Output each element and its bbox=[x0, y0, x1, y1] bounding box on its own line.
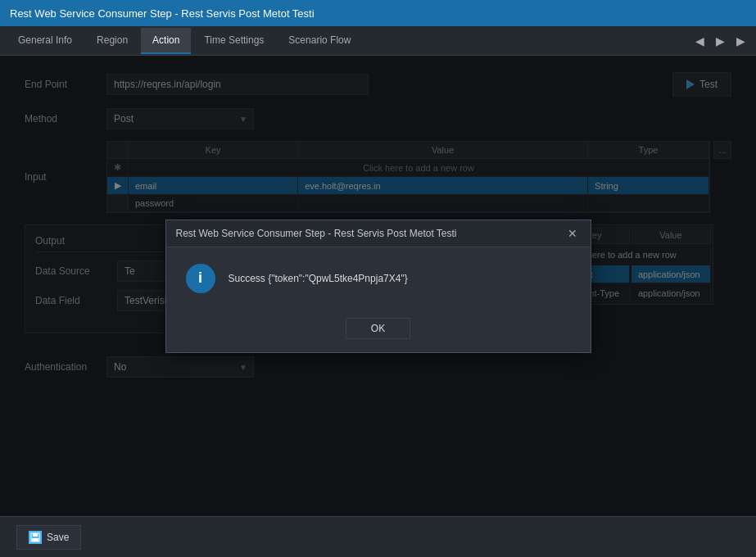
modal-body: i Success {"token":"QpwL5tke4Pnpja7X4"} bbox=[166, 247, 591, 310]
save-label: Save bbox=[47, 532, 69, 543]
modal-close-button[interactable]: ✕ bbox=[564, 227, 581, 240]
modal-ok-button[interactable]: OK bbox=[346, 318, 410, 339]
tab-nav-right2[interactable]: ▶ bbox=[732, 33, 749, 49]
save-icon-svg bbox=[30, 532, 40, 542]
modal-message: Success {"token":"QpwL5tke4Pnpja7X4"} bbox=[229, 273, 408, 284]
tab-nav-left[interactable]: ◀ bbox=[691, 33, 708, 49]
title-bar: Rest Web Service Consumer Step - Rest Se… bbox=[0, 0, 756, 26]
main-content: End Point Test Method Post Get Put Delet… bbox=[0, 56, 756, 516]
tab-navigation: ◀ ▶ ▶ bbox=[691, 33, 749, 49]
save-icon bbox=[29, 531, 42, 544]
svg-rect-1 bbox=[33, 533, 38, 537]
tab-scenario-flow[interactable]: Scenario Flow bbox=[277, 28, 362, 54]
modal-dialog: Rest Web Service Consumer Step - Rest Se… bbox=[165, 220, 591, 353]
bottom-bar: Save bbox=[0, 516, 756, 557]
window-title: Rest Web Service Consumer Step - Rest Se… bbox=[10, 7, 315, 20]
modal-titlebar: Rest Web Service Consumer Step - Rest Se… bbox=[166, 220, 591, 247]
modal-footer: OK bbox=[166, 310, 591, 352]
save-button[interactable]: Save bbox=[16, 525, 81, 550]
tab-nav-right1[interactable]: ▶ bbox=[712, 33, 729, 49]
tab-general-info[interactable]: General Info bbox=[7, 28, 84, 54]
tab-region[interactable]: Region bbox=[85, 28, 139, 54]
svg-rect-2 bbox=[32, 538, 38, 541]
modal-overlay: Rest Web Service Consumer Step - Rest Se… bbox=[0, 56, 756, 516]
info-icon: i bbox=[186, 264, 215, 293]
tab-time-settings[interactable]: Time Settings bbox=[192, 28, 275, 54]
tab-action[interactable]: Action bbox=[141, 28, 191, 54]
modal-title: Rest Web Service Consumer Step - Rest Se… bbox=[176, 228, 457, 239]
tab-bar: General Info Region Action Time Settings… bbox=[0, 26, 756, 56]
